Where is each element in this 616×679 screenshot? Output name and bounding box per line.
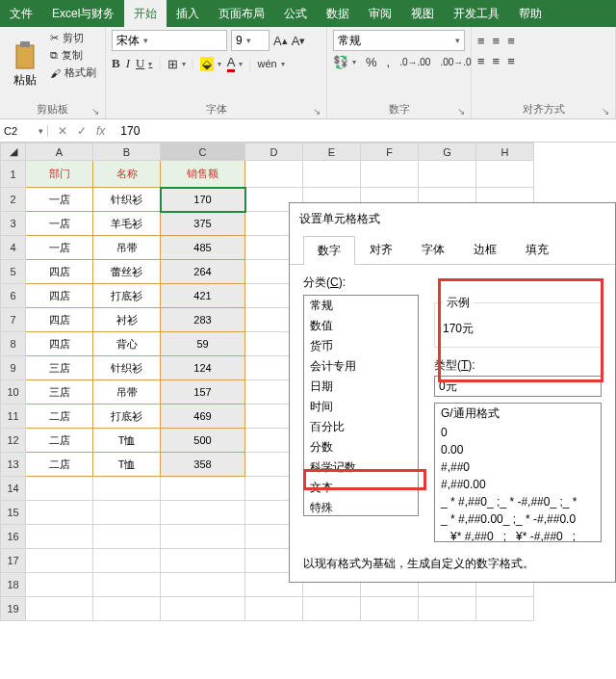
cell[interactable]: 157 [161, 380, 245, 405]
row-header[interactable]: 10 [1, 380, 26, 405]
row-header[interactable]: 11 [1, 405, 26, 429]
tab-review[interactable]: 审阅 [359, 0, 401, 27]
decrease-decimal-button[interactable]: .00→.0 [440, 57, 471, 67]
row-header[interactable]: 7 [1, 308, 26, 332]
header-sales[interactable]: 销售额 [161, 161, 245, 188]
category-item[interactable]: 百分比 [304, 417, 418, 437]
category-item[interactable]: 时间 [304, 397, 418, 417]
tab-finance[interactable]: Excel与财务 [42, 0, 124, 27]
cell[interactable]: 三店 [26, 356, 93, 380]
cell[interactable]: 一店 [26, 188, 93, 212]
format-item[interactable]: #,##0 [435, 458, 601, 476]
dialog-tab-number[interactable]: 数字 [303, 236, 355, 265]
format-item[interactable]: G/通用格式 [435, 404, 601, 424]
align-top-button[interactable]: ≡ [477, 34, 485, 48]
cell[interactable]: 四店 [26, 284, 93, 308]
fx-icon[interactable]: fx [96, 124, 105, 138]
expand-icon[interactable]: ↘ [457, 106, 465, 117]
format-item[interactable]: 0 [435, 424, 601, 441]
format-painter-button[interactable]: 🖌格式刷 [48, 65, 98, 81]
cell[interactable]: 四店 [26, 260, 93, 284]
tab-help[interactable]: 帮助 [509, 0, 552, 27]
cell[interactable]: 59 [161, 332, 245, 356]
cell[interactable]: 二店 [26, 429, 93, 453]
row-header[interactable]: 17 [1, 549, 26, 573]
cell[interactable]: 421 [161, 284, 245, 308]
fill-color-button[interactable]: ⬙▾ [200, 57, 221, 71]
tab-formula[interactable]: 公式 [274, 0, 317, 27]
category-item[interactable]: 特殊 [304, 498, 418, 516]
border-button[interactable]: ⊞▾ [167, 57, 186, 71]
increase-font-button[interactable]: A▴ [273, 34, 288, 48]
row-header[interactable]: 14 [1, 477, 26, 501]
cell[interactable]: 一店 [26, 212, 93, 236]
cell[interactable]: 469 [161, 405, 245, 429]
cell[interactable]: 一店 [26, 236, 93, 260]
align-bottom-button[interactable]: ≡ [507, 34, 515, 48]
number-format-select[interactable]: 常规▾ [333, 30, 465, 51]
cell[interactable]: 124 [161, 356, 245, 380]
cancel-icon[interactable]: ✕ [58, 124, 67, 138]
col-header[interactable]: C [161, 144, 245, 161]
row-header[interactable]: 9 [1, 356, 26, 380]
format-item[interactable]: #,##0.00 [435, 476, 601, 493]
tab-file[interactable]: 文件 [0, 0, 42, 27]
percent-button[interactable]: % [366, 55, 377, 69]
cell[interactable]: 170 [161, 188, 245, 212]
expand-icon[interactable]: ↘ [313, 106, 321, 117]
align-middle-button[interactable]: ≡ [493, 34, 500, 48]
increase-decimal-button[interactable]: .0→.00 [399, 57, 430, 67]
underline-button[interactable]: U▾ [136, 56, 152, 71]
dialog-tab-align[interactable]: 对齐 [355, 235, 407, 264]
cell[interactable]: T恤 [93, 429, 161, 453]
col-header[interactable]: H [476, 144, 534, 161]
cell[interactable]: 打底衫 [93, 284, 161, 308]
col-header[interactable]: B [93, 144, 161, 161]
font-color-button[interactable]: A▾ [227, 55, 244, 72]
cell[interactable]: 羊毛衫 [93, 212, 161, 236]
cell[interactable]: 375 [161, 212, 245, 236]
col-header[interactable]: G [419, 144, 476, 161]
row-header[interactable]: 2 [1, 188, 26, 212]
cell[interactable]: 衬衫 [93, 308, 161, 332]
row-header[interactable]: 3 [1, 212, 26, 236]
cell[interactable]: 四店 [26, 308, 93, 332]
decrease-font-button[interactable]: A▾ [292, 34, 306, 48]
col-header[interactable]: A [26, 144, 93, 161]
dialog-tab-font[interactable]: 字体 [407, 235, 459, 264]
enter-icon[interactable]: ✓ [77, 124, 87, 138]
cell[interactable]: 358 [161, 453, 245, 477]
cell[interactable]: 针织衫 [93, 188, 161, 212]
category-item[interactable]: 货币 [304, 336, 418, 356]
category-item[interactable]: 常规 [304, 296, 418, 316]
row-header[interactable]: 4 [1, 236, 26, 260]
cell[interactable]: 针织衫 [93, 356, 161, 380]
cell[interactable]: 三店 [26, 380, 93, 405]
cell[interactable]: T恤 [93, 453, 161, 477]
font-size-select[interactable]: 9▾ [231, 30, 270, 51]
tab-layout[interactable]: 页面布局 [209, 0, 274, 27]
cell[interactable]: 264 [161, 260, 245, 284]
cell[interactable]: 吊带 [93, 380, 161, 405]
header-name[interactable]: 名称 [93, 161, 161, 188]
col-header[interactable]: E [303, 144, 361, 161]
italic-button[interactable]: I [126, 56, 130, 71]
paste-button[interactable]: 粘贴 [6, 30, 44, 100]
category-item[interactable]: 分数 [304, 437, 418, 457]
tab-home[interactable]: 开始 [124, 0, 167, 27]
comma-button[interactable]: , [387, 55, 391, 69]
category-list[interactable]: 常规数值货币会计专用日期时间百分比分数科学记数文本特殊自定义 [303, 295, 419, 516]
category-item[interactable]: 数值 [304, 316, 418, 336]
category-item[interactable]: 文本 [304, 478, 418, 498]
cell[interactable]: 打底衫 [93, 405, 161, 429]
tab-dev[interactable]: 开发工具 [444, 0, 509, 27]
row-header[interactable]: 8 [1, 332, 26, 356]
copy-button[interactable]: ⧉复制 [48, 47, 98, 64]
phonetic-button[interactable]: wén▾ [257, 58, 284, 69]
font-name-select[interactable]: 宋体▾ [112, 30, 227, 51]
cell[interactable]: 蕾丝衫 [93, 260, 161, 284]
category-item[interactable]: 科学记数 [304, 457, 418, 478]
format-item[interactable]: _ ¥* #,##0_ ;_ ¥* -#,##0_ ; [435, 528, 601, 542]
bold-button[interactable]: B [112, 56, 120, 71]
name-box[interactable]: C2▾ [0, 125, 48, 137]
